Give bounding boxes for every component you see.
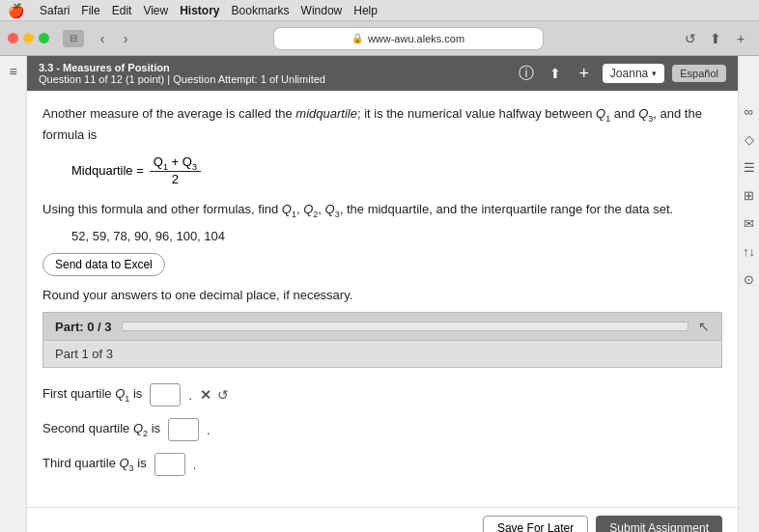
stats-icon[interactable]: ↑↓ [743,244,755,259]
formula-numerator: Q1 + Q3 [150,154,201,173]
fullscreen-window-button[interactable] [39,33,49,43]
menu-history[interactable]: History [180,4,219,17]
formula-denominator: 2 [168,172,183,186]
page-header-right: ⓘ ⬆ + Joanna ▾ Español [516,63,726,84]
menu-bar: 🍎 Safari File Edit View History Bookmark… [0,0,759,21]
q1-clear-button[interactable]: ✕ [200,387,211,403]
q2-input[interactable] [168,418,199,441]
answer-section: First quartile Q1 is . ✕ ↺ Second quarti… [42,378,722,493]
right-sidebar: ∞ ◇ ☰ ⊞ ✉ ↑↓ ⊙ [738,56,759,532]
formula-box: Midquartile = Q1 + Q3 2 [71,154,722,187]
send-excel-button[interactable]: Send data to Excel [42,253,165,276]
q2-label: Second quartile Q2 is [42,421,160,438]
save-later-button[interactable]: Save For Later [483,516,588,532]
close-window-button[interactable] [8,33,18,43]
progress-bar [122,322,689,331]
formula-line: Midquartile = Q1 + Q3 2 [71,154,722,187]
upload-icon[interactable]: ⬆ [545,63,566,84]
help-circle-icon[interactable]: ⓘ [516,63,537,84]
page-header: 3.3 - Measures of Position Question 11 o… [27,56,738,91]
chevron-down-icon: ▾ [652,69,657,78]
q1-actions: ✕ ↺ [200,387,229,403]
back-button[interactable]: ‹ [92,28,113,49]
period-2: . [207,423,211,437]
menu-file[interactable]: File [81,4,99,17]
menu-icon[interactable]: ≡ [4,62,23,81]
list-icon[interactable]: ☰ [744,160,755,175]
q3-label: Third quartile Q3 is [42,456,147,473]
lock-icon: 🔒 [351,33,363,43]
traffic-lights [8,33,49,43]
page-body: Another measure of the average is called… [27,91,738,507]
menu-bookmarks[interactable]: Bookmarks [232,4,290,17]
intro-text: Another measure of the average is called… [42,104,722,145]
diamond-icon[interactable]: ◇ [745,132,754,147]
browser-actions: ↺ ⬆ + [680,28,751,49]
browser-chrome: ⊟ ‹ › 🔒 www-awu.aleks.com ↺ ⬆ + [0,21,759,56]
refresh-button[interactable]: ↺ [680,28,701,49]
apple-menu[interactable]: 🍎 [8,3,24,18]
part-tracker-label: Part: 0 / 3 [55,320,112,334]
address-bar-wrap: 🔒 www-awu.aleks.com [144,27,672,50]
sidebar-toggle-button[interactable]: ⊟ [63,30,84,47]
address-bar[interactable]: 🔒 www-awu.aleks.com [273,27,544,50]
data-set: 52, 59, 78, 90, 96, 100, 104 [42,229,722,243]
menu-edit[interactable]: Edit [112,4,132,17]
nav-buttons: ‹ › [92,28,136,49]
q1-label: First quartile Q1 is [42,386,142,404]
menu-help[interactable]: Help [353,4,378,17]
menu-safari[interactable]: Safari [40,4,70,17]
round-note: Round your answers to one decimal place,… [42,288,722,302]
bottom-bar: Save For Later Submit Assignment [27,507,738,532]
url-text: www-awu.aleks.com [368,33,464,44]
minimize-window-button[interactable] [23,33,34,43]
submit-button[interactable]: Submit Assignment [596,516,722,532]
menu-window[interactable]: Window [301,4,343,17]
q1-input[interactable] [150,383,181,406]
plus-icon[interactable]: + [574,63,595,84]
circle-icon[interactable]: ⊙ [744,272,754,287]
forward-button[interactable]: › [115,28,136,49]
user-menu-button[interactable]: Joanna ▾ [603,64,664,83]
infinity-icon[interactable]: ∞ [745,104,753,119]
left-sidebar: ≡ [0,56,27,532]
question-text: Using this formula and other formulas, f… [42,200,722,221]
share-button[interactable]: ⬆ [705,28,726,49]
mail-icon[interactable]: ✉ [744,216,754,231]
content-area: ≡ 3.3 - Measures of Position Question 11… [0,56,759,532]
user-name: Joanna [610,67,648,80]
period-3: . [193,458,197,472]
part-sub: Part 1 of 3 [42,341,722,368]
formula-fraction: Q1 + Q3 2 [150,154,201,187]
add-tab-button[interactable]: + [730,28,751,49]
cursor-arrow-icon: ↖ [698,319,710,334]
q3-input[interactable] [155,453,185,476]
section-title: 3.3 - Measures of Position [39,62,325,73]
grid-icon[interactable]: ⊞ [744,188,754,203]
q1-row: First quartile Q1 is . ✕ ↺ [42,383,722,406]
question-info: Question 11 of 12 (1 point) | Question A… [39,73,325,85]
q3-row: Third quartile Q3 is . [42,453,722,476]
main-page: 3.3 - Measures of Position Question 11 o… [27,56,738,532]
q1-undo-button[interactable]: ↺ [217,387,229,403]
period-1: . [188,388,192,403]
part-tracker: Part: 0 / 3 ↖ [42,312,722,341]
page-header-left: 3.3 - Measures of Position Question 11 o… [39,62,325,85]
espanol-button[interactable]: Español [672,65,726,82]
q2-row: Second quartile Q2 is . [42,418,722,441]
menu-view[interactable]: View [143,4,168,17]
formula-label: Midquartile = [71,163,144,178]
